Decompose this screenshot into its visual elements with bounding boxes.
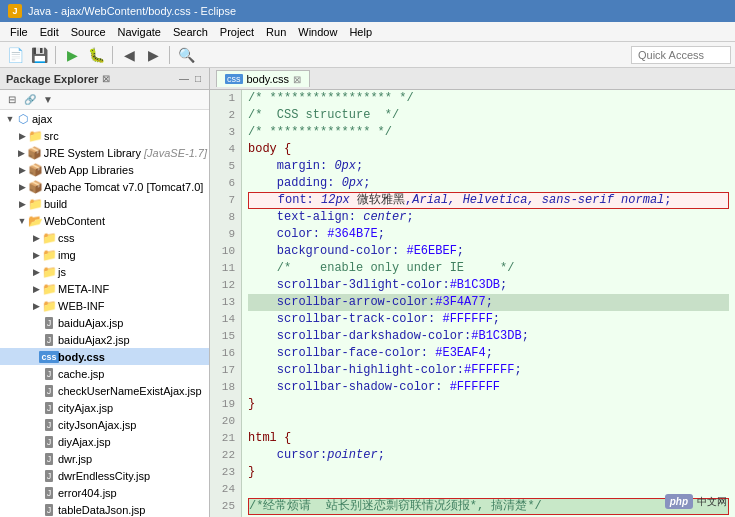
folder-icon-src: 📁 <box>28 129 42 143</box>
code-line-17: scrollbar-highlight-color:#FFFFFF; <box>248 362 729 379</box>
tree-item-tabledata[interactable]: J tableDataJson.jsp <box>0 501 209 517</box>
tree-item-webcontent[interactable]: ▼ 📂 WebContent <box>0 212 209 229</box>
tree-item-error[interactable]: J error404.jsp <box>0 484 209 501</box>
tree-label-js: js <box>58 266 66 278</box>
expand-metainf[interactable]: ▶ <box>30 283 42 295</box>
tree-label-diy: diyAjax.jsp <box>58 436 111 448</box>
code-line-25: /*经常烦请 站长别迷恋剽窃联情况须报*, 搞清楚*/ <box>248 498 729 515</box>
minimize-panel-button[interactable]: — <box>177 73 191 84</box>
panel-title-tab: Package Explorer ⊠ <box>6 73 110 85</box>
expand-jre[interactable]: ▶ <box>16 147 28 159</box>
code-line-5: margin: 0px; <box>248 158 729 175</box>
expand-js[interactable]: ▶ <box>30 266 42 278</box>
menu-window[interactable]: Window <box>292 25 343 39</box>
code-content[interactable]: /* ***************** */ /* CSS structure… <box>242 90 735 517</box>
tree-label-cache: cache.jsp <box>58 368 104 380</box>
tree-item-css[interactable]: ▶ 📁 css <box>0 229 209 246</box>
link-editor-button[interactable]: 🔗 <box>22 92 38 108</box>
tree-item-build[interactable]: ▶ 📁 build <box>0 195 209 212</box>
file-icon-dwrendless: J <box>42 469 56 483</box>
tree-item-baiduajax2[interactable]: J baiduAjax2.jsp <box>0 331 209 348</box>
expand-build[interactable]: ▶ <box>16 198 28 210</box>
file-icon-cityjson: J <box>42 418 56 432</box>
run-button[interactable]: ▶ <box>61 44 83 66</box>
code-line-21: html { <box>248 430 729 447</box>
code-editor[interactable]: 12345 678910 1112131415 1617181920 21222… <box>210 90 735 517</box>
tree-item-ajax[interactable]: ▼ ⬡ ajax <box>0 110 209 127</box>
tree-item-dwr[interactable]: J dwr.jsp <box>0 450 209 467</box>
toolbar: 📄 💾 ▶ 🐛 ◀ ▶ 🔍 <box>0 42 735 68</box>
cn-text: 中文网 <box>697 495 727 509</box>
folder-icon-webcontent: 📂 <box>28 214 42 228</box>
tree-item-cityajax[interactable]: J cityAjax.jsp <box>0 399 209 416</box>
tree-item-checkuser[interactable]: J checkUserNameExistAjax.jsp <box>0 382 209 399</box>
expand-webapp[interactable]: ▶ <box>16 164 28 176</box>
panel-menu-button[interactable]: ▼ <box>40 92 56 108</box>
expand-css-folder[interactable]: ▶ <box>30 232 42 244</box>
php-logo: php <box>665 494 693 509</box>
tree-item-bodycss[interactable]: css body.css <box>0 348 209 365</box>
expand-webinf[interactable]: ▶ <box>30 300 42 312</box>
file-tree[interactable]: ▼ ⬡ ajax ▶ 📁 src ▶ 📦 JRE System Library … <box>0 110 209 517</box>
tree-item-dwrendless[interactable]: J dwrEndlessCity.jsp <box>0 467 209 484</box>
code-line-2: /* CSS structure */ <box>248 107 729 124</box>
package-explorer-panel: Package Explorer ⊠ — □ ⊟ 🔗 ▼ ▼ ⬡ ajax <box>0 68 210 517</box>
expand-tomcat[interactable]: ▶ <box>16 181 28 193</box>
menu-edit[interactable]: Edit <box>34 25 65 39</box>
maximize-panel-button[interactable]: □ <box>193 73 203 84</box>
quick-access-input[interactable] <box>631 46 731 64</box>
tree-item-js[interactable]: ▶ 📁 js <box>0 263 209 280</box>
file-icon-baiduajax2: J <box>42 333 56 347</box>
menu-search[interactable]: Search <box>167 25 214 39</box>
tree-item-webinf[interactable]: ▶ 📁 WEB-INF <box>0 297 209 314</box>
tree-item-cache[interactable]: J cache.jsp <box>0 365 209 382</box>
tree-label-baiduajax: baiduAjax.jsp <box>58 317 123 329</box>
app-icon: J <box>8 4 22 18</box>
file-icon-baiduajax: J <box>42 316 56 330</box>
menu-help[interactable]: Help <box>343 25 378 39</box>
collapse-all-button[interactable]: ⊟ <box>4 92 20 108</box>
expand-img[interactable]: ▶ <box>30 249 42 261</box>
editor-tab-bodycss[interactable]: css body.css ⊠ <box>216 70 310 87</box>
tree-item-img[interactable]: ▶ 📁 img <box>0 246 209 263</box>
main-area: Package Explorer ⊠ — □ ⊟ 🔗 ▼ ▼ ⬡ ajax <box>0 68 735 517</box>
code-line-3: /* ************** */ <box>248 124 729 141</box>
menu-file[interactable]: File <box>4 25 34 39</box>
tree-label-metainf: META-INF <box>58 283 109 295</box>
expand-src[interactable]: ▶ <box>16 130 28 142</box>
menu-navigate[interactable]: Navigate <box>112 25 167 39</box>
search-button[interactable]: 🔍 <box>175 44 197 66</box>
tree-item-jre[interactable]: ▶ 📦 JRE System Library [JavaSE-1.7] <box>0 144 209 161</box>
tree-item-webapp[interactable]: ▶ 📦 Web App Libraries <box>0 161 209 178</box>
code-line-18: scrollbar-shadow-color: #FFFFFF <box>248 379 729 396</box>
tree-item-tomcat[interactable]: ▶ 📦 Apache Tomcat v7.0 [Tomcat7.0] <box>0 178 209 195</box>
menu-project[interactable]: Project <box>214 25 260 39</box>
menu-run[interactable]: Run <box>260 25 292 39</box>
new-button[interactable]: 📄 <box>4 44 26 66</box>
tree-item-cityjson[interactable]: J cityJsonAjax.jsp <box>0 416 209 433</box>
save-button[interactable]: 💾 <box>28 44 50 66</box>
debug-button[interactable]: 🐛 <box>85 44 107 66</box>
code-line-1: /* ***************** */ <box>248 90 729 107</box>
code-line-23: } <box>248 464 729 481</box>
expand-webcontent[interactable]: ▼ <box>16 215 28 227</box>
code-line-10: background-color: #E6EBEF; <box>248 243 729 260</box>
tree-item-src[interactable]: ▶ 📁 src <box>0 127 209 144</box>
tree-item-metainf[interactable]: ▶ 📁 META-INF <box>0 280 209 297</box>
tree-item-baiduajax[interactable]: J baiduAjax.jsp <box>0 314 209 331</box>
tree-label-src: src <box>44 130 59 142</box>
tree-item-diy[interactable]: J diyAjax.jsp <box>0 433 209 450</box>
tree-label-checkuser: checkUserNameExistAjax.jsp <box>58 385 202 397</box>
panel-title: Package Explorer <box>6 73 98 85</box>
code-line-24 <box>248 481 729 498</box>
file-icon-bodycss: css <box>42 350 56 364</box>
tree-label-jre: JRE System Library [JavaSE-1.7] <box>44 147 207 159</box>
code-line-22: cursor:pointer; <box>248 447 729 464</box>
panel-toolbar: ⊟ 🔗 ▼ <box>0 90 209 110</box>
tree-label-dwr: dwr.jsp <box>58 453 92 465</box>
menu-source[interactable]: Source <box>65 25 112 39</box>
forward-button[interactable]: ▶ <box>142 44 164 66</box>
lib-icon-jre: 📦 <box>28 146 42 160</box>
back-button[interactable]: ◀ <box>118 44 140 66</box>
expand-ajax[interactable]: ▼ <box>4 113 16 125</box>
